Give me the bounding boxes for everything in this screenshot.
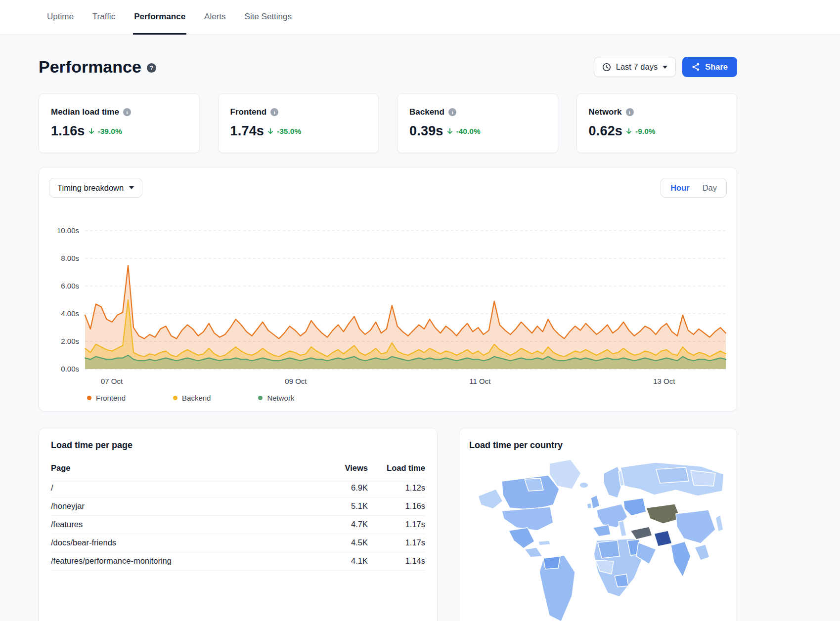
metric-title: Network i	[589, 107, 725, 117]
metric-title-text: Backend	[409, 107, 444, 117]
table-row[interactable]: /6.9K1.12s	[51, 479, 425, 497]
world-map[interactable]	[469, 458, 727, 621]
info-icon[interactable]: i	[270, 108, 278, 116]
map-region-siberia-west	[656, 467, 689, 483]
metric-title-text: Median load time	[51, 107, 119, 117]
metric-card-network: Network i 0.62s -9.0%	[576, 93, 738, 153]
y-axis-tick: 8.00s	[61, 254, 79, 262]
metric-value-row: 0.62s -9.0%	[589, 124, 725, 139]
down-arrow-icon	[88, 128, 94, 134]
load-time-per-page-panel: Load time per page Page Views Load time …	[39, 428, 438, 621]
map-region-italy	[619, 521, 626, 537]
map-region-uk	[591, 495, 600, 509]
timing-breakdown-dropdown[interactable]: Timing breakdown	[49, 178, 142, 198]
metric-title-text: Frontend	[230, 107, 267, 117]
map-region-eastern-europe	[623, 498, 646, 516]
interval-toggle: Hour Day	[661, 178, 727, 198]
metric-change: -9.0%	[635, 127, 656, 136]
cell-views: 4.1K	[320, 552, 368, 571]
column-header-views: Views	[320, 458, 368, 479]
toggle-option-hour[interactable]: Hour	[664, 183, 696, 193]
chevron-down-icon	[129, 186, 134, 189]
y-axis-tick: 0.00s	[61, 365, 79, 373]
nav-tab-site-settings[interactable]: Site Settings	[244, 0, 293, 35]
toggle-option-day[interactable]: Day	[696, 183, 723, 193]
y-axis-tick: 2.00s	[61, 337, 79, 345]
metric-title: Frontend i	[230, 107, 367, 117]
header-controls: Last 7 days Share	[594, 57, 737, 77]
column-header-page: Page	[51, 458, 320, 479]
share-icon	[692, 63, 700, 71]
nav-tab-uptime[interactable]: Uptime	[46, 0, 75, 35]
metric-cards-row: Median load time i 1.16s -39.0% Frontend…	[39, 93, 737, 153]
legend-item-frontend[interactable]: Frontend	[87, 394, 126, 402]
metric-title: Median load time i	[51, 107, 187, 117]
help-icon[interactable]: ?	[147, 63, 156, 73]
map-region-nigeria	[615, 574, 628, 587]
map-region-usa	[502, 507, 553, 531]
down-arrow-icon	[626, 128, 632, 134]
bottom-row: Load time per page Page Views Load time …	[39, 428, 737, 621]
x-axis-tick: 13 Oct	[653, 377, 675, 385]
map-region-colombia	[543, 556, 560, 569]
metric-value-row: 0.39s -40.0%	[409, 124, 546, 139]
country-panel-title: Load time per country	[469, 440, 727, 451]
date-range-label: Last 7 days	[616, 62, 658, 72]
legend-dot	[87, 396, 91, 400]
map-region-india	[671, 541, 691, 577]
metric-value: 1.74s	[230, 124, 265, 139]
cell-load-time: 1.14s	[368, 552, 425, 571]
metric-change: -40.0%	[456, 127, 481, 136]
table-row[interactable]: /features/performance-monitoring4.1K1.14…	[51, 552, 425, 571]
nav-tab-traffic[interactable]: Traffic	[91, 0, 116, 35]
pages-table: Page Views Load time /6.9K1.12s/honeyjar…	[51, 458, 425, 571]
y-axis-tick: 4.00s	[61, 309, 79, 318]
info-icon[interactable]: i	[626, 108, 634, 116]
table-row[interactable]: /honeyjar5.1K1.16s	[51, 497, 425, 516]
cell-load-time: 1.17s	[368, 516, 425, 534]
metric-change: -35.0%	[277, 127, 301, 136]
map-region-japan	[715, 515, 723, 532]
nav-tab-performance[interactable]: Performance	[133, 0, 186, 35]
cell-views: 6.9K	[320, 479, 368, 497]
page-title-text: Performance	[39, 57, 141, 77]
map-region-china	[676, 510, 715, 543]
line-frontend	[85, 265, 726, 338]
metric-value-row: 1.74s -35.0%	[230, 124, 367, 139]
map-region-turkey	[630, 527, 652, 539]
metric-change: -39.0%	[98, 127, 122, 136]
legend-label: Network	[267, 394, 294, 402]
legend-dot	[173, 396, 177, 400]
cell-load-time: 1.16s	[368, 497, 425, 516]
legend-item-backend[interactable]: Backend	[173, 394, 211, 402]
table-row[interactable]: /docs/bear-friends4.5K1.17s	[51, 534, 425, 552]
share-button[interactable]: Share	[682, 57, 737, 77]
nav-tab-alerts[interactable]: Alerts	[203, 0, 226, 35]
x-axis-tick: 11 Oct	[469, 377, 491, 385]
info-icon[interactable]: i	[448, 108, 456, 116]
world-map-canvas	[469, 458, 724, 621]
clock-icon	[602, 63, 611, 72]
cell-views: 4.5K	[320, 534, 368, 552]
down-arrow-icon	[267, 128, 273, 134]
page-header: Performance ? Last 7 days Share	[39, 57, 737, 77]
table-row[interactable]: /features4.7K1.17s	[51, 516, 425, 534]
legend-label: Frontend	[96, 394, 126, 402]
info-icon[interactable]: i	[123, 108, 131, 116]
legend-item-network[interactable]: Network	[258, 394, 294, 402]
cell-load-time: 1.12s	[368, 479, 425, 497]
cell-page: /	[51, 479, 320, 497]
timing-chart-canvas[interactable]: 0.00s2.00s4.00s6.00s8.00s10.00s07 Oct09 …	[49, 225, 728, 388]
metric-title-text: Network	[589, 107, 622, 117]
map-region-siberia-east	[691, 470, 715, 486]
date-range-button[interactable]: Last 7 days	[594, 57, 676, 77]
cell-page: /honeyjar	[51, 497, 320, 516]
metric-title: Backend i	[409, 107, 546, 117]
metric-card-median-load-time: Median load time i 1.16s -39.0%	[39, 93, 200, 153]
chevron-down-icon	[663, 66, 667, 69]
cell-views: 4.7K	[320, 516, 368, 534]
metric-card-frontend: Frontend i 1.74s -35.0%	[218, 93, 379, 153]
metric-value: 0.62s	[589, 124, 623, 139]
map-region-alaska	[478, 489, 503, 509]
legend-dot	[258, 396, 263, 400]
